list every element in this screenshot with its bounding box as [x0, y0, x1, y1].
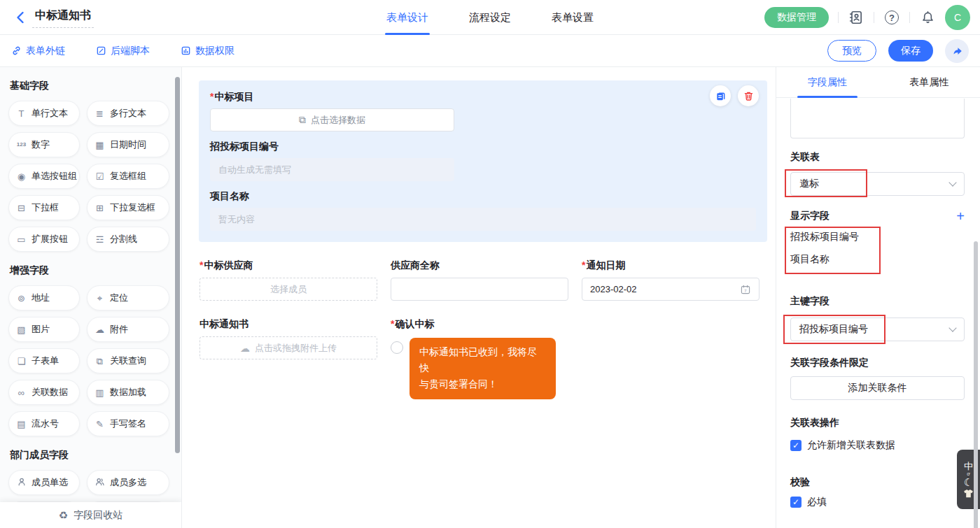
field-pill-attachment[interactable]: ☁附件: [87, 317, 169, 342]
divider-icon: ☲: [94, 235, 105, 244]
card-action-buttons: [710, 85, 759, 106]
subform-icon: ❏: [16, 357, 27, 366]
primary-key-select[interactable]: 招投标项目编号: [790, 317, 965, 341]
panel-tabs: 字段属性 表单属性: [776, 67, 980, 98]
recycle-icon: ♻: [59, 509, 68, 522]
field-pill-single-line-text[interactable]: T单行文本: [8, 101, 80, 126]
required-asterisk: *: [200, 258, 203, 272]
data-permission-link[interactable]: 数据权限: [181, 45, 234, 57]
divider: [874, 12, 874, 23]
tab-form-design[interactable]: 表单设计: [386, 0, 428, 35]
toolbar-right: 预览 保存: [827, 39, 969, 63]
back-button[interactable]: [11, 8, 29, 27]
field-pill-image[interactable]: ▧图片: [8, 317, 80, 342]
linked-data-icon: ∞: [16, 388, 27, 397]
field-winning-supplier[interactable]: *中标供应商 选择成员: [200, 258, 377, 301]
notification-bell-icon[interactable]: [919, 9, 936, 26]
cloud-attachment-icon: ☁: [94, 325, 105, 334]
field-pill-signature[interactable]: ✎手写签名: [87, 411, 169, 436]
tab-field-properties[interactable]: 字段属性: [776, 67, 878, 97]
field-pill-serial-number[interactable]: ▤流水号: [8, 411, 80, 436]
contact-book-icon[interactable]: [848, 9, 864, 26]
related-table-select[interactable]: 邀标: [790, 172, 965, 196]
selected-field-card[interactable]: * 中标项目 ⧉ 点击选择数据 招投标项目编号 自动生成无需填写 项目名称 暂无…: [199, 80, 767, 242]
number-icon: 123: [16, 142, 27, 148]
field-pill-dropdown-multi[interactable]: ⊞下拉复选框: [87, 195, 169, 220]
radio-icon: ◉: [16, 172, 27, 181]
share-button[interactable]: [945, 39, 969, 63]
properties-panel: 字段属性 表单属性 关联表 邀标 显示字段 + 招投标项目编号 项目名称 主键字…: [776, 67, 980, 528]
svg-text:7: 7: [744, 288, 747, 292]
help-icon[interactable]: ?: [883, 9, 900, 26]
field-pill-radio-group[interactable]: ◉单选按钮组: [8, 164, 80, 189]
field-pill-data-load[interactable]: ▥数据加载: [87, 380, 169, 405]
notify-date-input[interactable]: 2023-02-02 7: [582, 278, 760, 301]
field-pill-linked-query[interactable]: ⧉关联查询: [87, 348, 169, 373]
supplier-full-name-input[interactable]: [391, 278, 568, 301]
save-button[interactable]: 保存: [888, 40, 933, 62]
field-pill-divider[interactable]: ☲分割线: [87, 227, 169, 252]
checkbox-checked[interactable]: ✓: [790, 497, 802, 508]
field-confirm-win[interactable]: *确认中标 中标通知书已收到，我将尽快 与贵司签署合同！: [391, 317, 755, 399]
extend-button-icon: ▭: [16, 235, 27, 244]
preview-button[interactable]: 预览: [827, 40, 876, 62]
field-supplier-full-name[interactable]: 供应商全称: [391, 258, 568, 301]
related-table-label: 关联表: [790, 151, 965, 164]
backend-script-link[interactable]: 后端脚本: [96, 45, 150, 57]
field-pill-subform[interactable]: ❏子表单: [8, 348, 80, 373]
checkbox-checked[interactable]: ✓: [790, 440, 802, 451]
add-display-field-icon[interactable]: +: [956, 211, 965, 222]
data-load-chart-icon: ▥: [94, 388, 105, 397]
link-icon: [11, 45, 22, 56]
project-name-input: 暂无内容: [210, 208, 756, 231]
panel-scrollbar[interactable]: [974, 241, 978, 528]
data-manage-button[interactable]: 数据管理: [764, 7, 829, 28]
chevron-down-icon: [948, 178, 956, 186]
field-notify-date[interactable]: *通知日期 2023-02-02 7: [582, 258, 760, 301]
theme-shirt-icon[interactable]: [963, 489, 974, 498]
sidebar-scrollbar[interactable]: [175, 77, 180, 453]
tab-form-setting[interactable]: 表单设置: [552, 0, 594, 35]
form-title[interactable]: 中标通知书: [32, 7, 94, 28]
serial-number-icon: ▤: [16, 420, 27, 429]
field-pill-address[interactable]: ⊚地址: [8, 285, 80, 311]
display-field-item[interactable]: 项目名称: [790, 253, 965, 266]
attachment-upload-box[interactable]: ☁ 点击或拖拽附件上传: [200, 336, 377, 359]
field-pill-datetime[interactable]: ▦日期时间: [87, 132, 169, 157]
field-pill-multi-line-text[interactable]: ≣多行文本: [87, 101, 169, 126]
field-pill-member-single[interactable]: 成员单选: [8, 470, 80, 495]
primary-key-label: 主键字段: [790, 295, 965, 308]
add-condition-button[interactable]: 添加关联条件: [790, 376, 965, 400]
field-pill-location[interactable]: ⌖定位: [87, 285, 169, 311]
tab-flow-setting[interactable]: 流程设定: [469, 0, 511, 35]
select-member-box[interactable]: 选择成员: [200, 278, 377, 301]
select-data-button[interactable]: ⧉ 点击选择数据: [210, 108, 454, 131]
field-pill-dropdown[interactable]: ⊟下拉框: [8, 195, 80, 220]
field-label-project-name: 项目名称: [210, 189, 756, 203]
field-pill-checkbox-group[interactable]: ☑复选框组: [87, 164, 169, 189]
field-notice-attachment[interactable]: 中标通知书 ☁ 点击或拖拽附件上传: [200, 317, 377, 399]
field-pill-number[interactable]: 123数字: [8, 132, 80, 157]
image-icon: ▧: [16, 325, 27, 334]
field-pill-extend-button[interactable]: ▭扩展按钮: [8, 227, 80, 252]
field-name-input-partial[interactable]: [790, 99, 965, 138]
select-data-icon: ⧉: [299, 114, 306, 126]
tab-form-properties[interactable]: 表单属性: [878, 67, 980, 97]
confirm-radio[interactable]: [391, 341, 403, 354]
field-pill-member-multi[interactable]: 成员多选: [87, 470, 169, 495]
delete-field-button[interactable]: [738, 85, 759, 106]
allow-add-related-data-row: ✓ 允许新增关联表数据: [790, 439, 965, 452]
translate-icon[interactable]: 中: [964, 462, 973, 471]
user-avatar[interactable]: C: [945, 5, 970, 30]
duplicate-field-button[interactable]: [710, 85, 731, 106]
display-field-item[interactable]: 招投标项目编号: [790, 231, 965, 243]
topbar-right: 数据管理 ? C: [764, 0, 970, 35]
share-arrow-icon: [951, 45, 963, 57]
field-pill-linked-data[interactable]: ∞关联数据: [8, 380, 80, 405]
form-external-link[interactable]: 表单外链: [11, 45, 65, 57]
confirm-option-label: 中标通知书已收到，我将尽快 与贵司签署合同！: [410, 338, 556, 399]
main-tabs: 表单设计 流程设定 表单设置: [386, 0, 594, 35]
dark-mode-moon-icon[interactable]: ☾: [964, 478, 973, 487]
location-target-icon: ⌖: [94, 294, 105, 303]
field-recycle-bin[interactable]: ♻ 字段回收站: [0, 502, 181, 528]
